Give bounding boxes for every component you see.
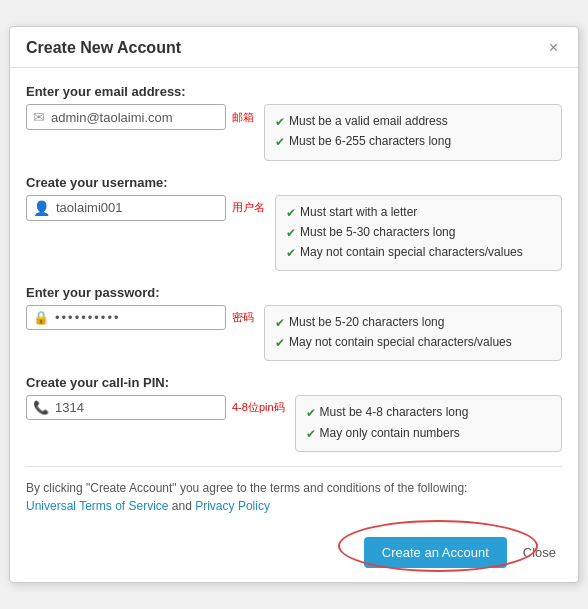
- dialog-header: Create New Account ×: [10, 27, 578, 68]
- pin-label: Create your call-in PIN:: [26, 375, 562, 390]
- check-icon-4: ✔: [286, 224, 296, 243]
- password-field-row: 🔒 密码 ✔ Must be 5-20 characters long ✔ Ma…: [26, 305, 562, 361]
- pin-form-row: Create your call-in PIN: 📞 4-8位pin码 ✔ Mu…: [26, 375, 562, 451]
- terms-link-tos[interactable]: Universal Terms of Service: [26, 499, 169, 513]
- username-input[interactable]: [56, 200, 219, 215]
- check-icon-3: ✔: [286, 204, 296, 223]
- pin-rule-1: ✔ Must be 4-8 characters long: [306, 403, 551, 423]
- phone-icon: 📞: [33, 400, 49, 415]
- lock-icon: 🔒: [33, 310, 49, 325]
- email-rule-1: ✔ Must be a valid email address: [275, 112, 551, 132]
- close-button[interactable]: Close: [517, 541, 562, 564]
- email-label: Enter your email address:: [26, 84, 562, 99]
- check-icon-7: ✔: [275, 334, 285, 353]
- username-field-row: 👤 用户名 ✔ Must start with a letter ✔ Must …: [26, 195, 562, 272]
- check-icon-1: ✔: [275, 113, 285, 132]
- pin-input[interactable]: [55, 400, 219, 415]
- pin-rule-2: ✔ May only contain numbers: [306, 424, 551, 444]
- email-rule-2: ✔ Must be 6-255 characters long: [275, 132, 551, 152]
- pin-tooltip: ✔ Must be 4-8 characters long ✔ May only…: [295, 395, 562, 451]
- terms-text-before: By clicking "Create Account" you agree t…: [26, 481, 467, 495]
- terms-link-privacy[interactable]: Privacy Policy: [195, 499, 270, 513]
- divider: [26, 466, 562, 467]
- email-icon: ✉: [33, 109, 45, 125]
- pin-field-row: 📞 4-8位pin码 ✔ Must be 4-8 characters long…: [26, 395, 562, 451]
- username-annotation: 用户名: [232, 200, 265, 215]
- close-icon[interactable]: ×: [545, 39, 562, 57]
- check-icon-8: ✔: [306, 404, 316, 423]
- username-label: Create your username:: [26, 175, 562, 190]
- password-input-wrapper: 🔒: [26, 305, 226, 330]
- terms-section: By clicking "Create Account" you agree t…: [26, 479, 562, 515]
- email-field-row: ✉ 邮箱 ✔ Must be a valid email address ✔ M…: [26, 104, 562, 160]
- password-form-row: Enter your password: 🔒 密码 ✔ Must be 5-20…: [26, 285, 562, 361]
- check-icon-2: ✔: [275, 133, 285, 152]
- password-input[interactable]: [55, 310, 219, 325]
- username-rule-3: ✔ May not contain special characters/val…: [286, 243, 551, 263]
- dialog-body: Enter your email address: ✉ 邮箱 ✔ Must be…: [10, 68, 578, 527]
- dialog-footer: Create an Account Close: [10, 527, 578, 582]
- pin-input-wrapper: 📞: [26, 395, 226, 420]
- password-rule-2: ✔ May not contain special characters/val…: [275, 333, 551, 353]
- email-input-wrapper: ✉: [26, 104, 226, 130]
- dialog-title: Create New Account: [26, 39, 181, 57]
- email-form-row: Enter your email address: ✉ 邮箱 ✔ Must be…: [26, 84, 562, 160]
- terms-and: and: [169, 499, 196, 513]
- password-label: Enter your password:: [26, 285, 562, 300]
- pin-annotation: 4-8位pin码: [232, 400, 285, 415]
- create-account-dialog: Create New Account × Enter your email ad…: [9, 26, 579, 583]
- email-tooltip: ✔ Must be a valid email address ✔ Must b…: [264, 104, 562, 160]
- email-annotation: 邮箱: [232, 110, 254, 125]
- create-account-button[interactable]: Create an Account: [364, 537, 507, 568]
- password-tooltip: ✔ Must be 5-20 characters long ✔ May not…: [264, 305, 562, 361]
- username-rule-2: ✔ Must be 5-30 characters long: [286, 223, 551, 243]
- user-icon: 👤: [33, 200, 50, 216]
- password-annotation: 密码: [232, 310, 254, 325]
- username-input-wrapper: 👤: [26, 195, 226, 221]
- email-input[interactable]: [51, 110, 219, 125]
- username-rule-1: ✔ Must start with a letter: [286, 203, 551, 223]
- check-icon-6: ✔: [275, 314, 285, 333]
- check-icon-9: ✔: [306, 425, 316, 444]
- password-rule-1: ✔ Must be 5-20 characters long: [275, 313, 551, 333]
- username-tooltip: ✔ Must start with a letter ✔ Must be 5-3…: [275, 195, 562, 272]
- check-icon-5: ✔: [286, 244, 296, 263]
- username-form-row: Create your username: 👤 用户名 ✔ Must start…: [26, 175, 562, 272]
